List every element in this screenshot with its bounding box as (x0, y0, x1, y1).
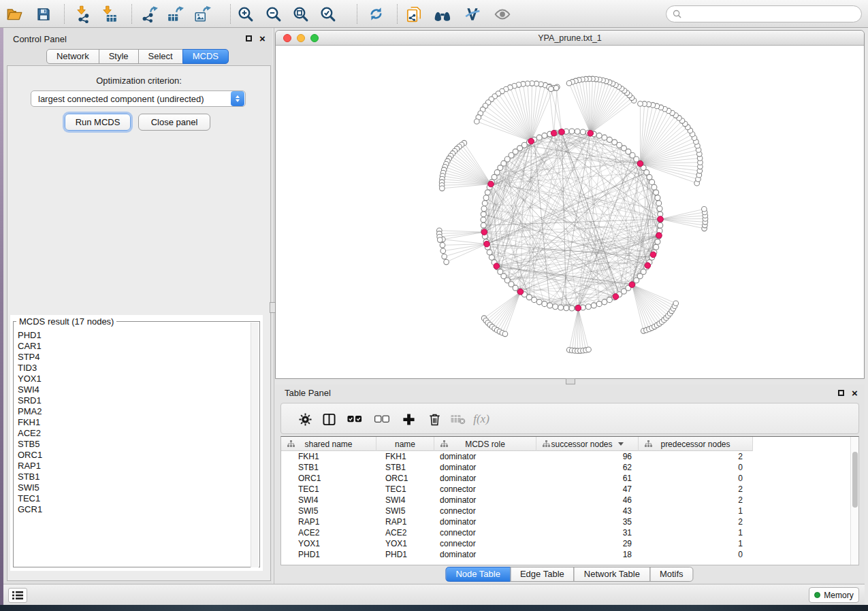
import-table-icon[interactable] (97, 3, 120, 25)
network-window-titlebar[interactable]: YPA_prune.txt_1 (276, 31, 864, 46)
table-cell[interactable]: 46 (536, 495, 639, 506)
table-cell[interactable]: 0 (639, 549, 753, 560)
table-cell[interactable]: connector (434, 538, 536, 549)
criterion-select[interactable]: largest connected component (undirected) (31, 90, 246, 107)
table-scrollbar[interactable] (850, 437, 858, 565)
table-cell[interactable]: dominator (434, 462, 536, 473)
search-network-icon[interactable] (431, 3, 454, 25)
table-cell[interactable]: ORC1 (376, 473, 434, 484)
mcds-result-item[interactable]: ORC1 (14, 450, 251, 461)
table-row[interactable]: YOX1YOX1connector291 (281, 538, 852, 549)
export-table-icon[interactable] (164, 3, 187, 25)
add-icon[interactable] (401, 412, 416, 427)
column-header-successor-nodes[interactable]: successor nodes (536, 437, 639, 451)
trash-icon[interactable] (427, 412, 442, 427)
zoom-selected-icon[interactable] (316, 3, 339, 25)
columns-icon[interactable] (321, 412, 336, 427)
tab-motifs[interactable]: Motifs (649, 567, 694, 582)
table-cell[interactable]: dominator (434, 473, 536, 484)
table-cell[interactable]: 0 (639, 473, 753, 484)
table-cell[interactable]: 2 (639, 484, 753, 495)
save-icon[interactable] (32, 3, 55, 25)
table-cell[interactable]: 29 (536, 538, 639, 549)
close-panel-button[interactable]: Close panel (138, 114, 210, 131)
network-graph[interactable] (276, 46, 864, 378)
zoom-in-icon[interactable] (234, 3, 257, 25)
float-panel-icon[interactable] (245, 35, 253, 42)
zoom-out-icon[interactable] (261, 3, 285, 25)
tab-edge-table[interactable]: Edge Table (510, 567, 575, 582)
table-row[interactable]: SWI4SWI4dominator462 (281, 495, 852, 506)
tab-node-table[interactable]: Node Table (445, 567, 511, 582)
table-cell[interactable]: YOX1 (376, 538, 434, 549)
mcds-result-item[interactable]: YOX1 (14, 374, 251, 384)
vizmapper-icon[interactable] (461, 3, 484, 25)
table-cell[interactable]: 2 (639, 451, 753, 462)
table-cell[interactable]: ORC1 (281, 473, 376, 484)
mcds-result-item[interactable]: PMA2 (14, 406, 251, 417)
table-cell[interactable]: 31 (536, 527, 639, 538)
table-cell[interactable]: SWI5 (281, 506, 376, 516)
mcds-result-item[interactable]: SWI5 (14, 482, 251, 493)
gear-icon[interactable] (298, 412, 312, 427)
table-cell[interactable]: 1 (639, 527, 753, 538)
table-row[interactable]: RAP1RAP1dominator352 (281, 516, 852, 527)
mcds-result-item[interactable]: FKH1 (14, 417, 251, 428)
select-all-icon[interactable] (347, 412, 362, 427)
tab-style[interactable]: Style (99, 49, 139, 64)
mcds-result-item[interactable]: SWI4 (14, 384, 251, 395)
table-row[interactable]: PHD1PHD1dominator180 (281, 549, 852, 560)
table-cell[interactable]: dominator (434, 516, 536, 527)
table-cell[interactable]: ACE2 (281, 527, 376, 538)
column-header-shared-name[interactable]: shared name (281, 437, 376, 451)
tab-mcds[interactable]: MCDS (182, 49, 229, 64)
table-cell[interactable]: SWI4 (281, 495, 376, 506)
table-cell[interactable]: SWI4 (376, 495, 434, 506)
table-cell[interactable]: ACE2 (376, 527, 434, 538)
table-row[interactable]: ORC1ORC1dominator610 (281, 473, 852, 484)
table-cell[interactable]: 61 (536, 473, 639, 484)
table-cell[interactable]: dominator (434, 495, 536, 506)
table-cell[interactable]: 0 (639, 462, 753, 473)
mcds-result-item[interactable]: STB1 (14, 472, 251, 482)
table-cell[interactable]: connector (434, 527, 536, 538)
table-row[interactable]: STB1STB1dominator620 (281, 462, 852, 473)
mcds-result-item[interactable]: SRD1 (14, 395, 251, 406)
close-panel-icon[interactable]: × (259, 35, 266, 42)
deselect-all-icon[interactable] (374, 412, 389, 427)
table-cell[interactable]: dominator (434, 549, 536, 560)
table-cell[interactable]: dominator (434, 451, 536, 462)
mcds-result-item[interactable]: TEC1 (14, 493, 251, 504)
mcds-result-item[interactable]: PHD1 (14, 330, 251, 341)
table-cell[interactable]: connector (434, 506, 536, 516)
float-table-panel-icon[interactable] (837, 389, 845, 397)
table-cell[interactable]: STB1 (376, 462, 434, 473)
clone-network-icon[interactable] (402, 3, 425, 25)
table-cell[interactable]: SWI5 (376, 506, 434, 516)
table-cell[interactable]: FKH1 (376, 451, 434, 462)
column-header-name[interactable]: name (376, 437, 434, 451)
eye-icon[interactable] (491, 3, 514, 25)
open-file-icon[interactable] (3, 3, 26, 25)
network-canvas[interactable] (276, 46, 864, 378)
table-cell[interactable]: YOX1 (281, 538, 376, 549)
mcds-result-item[interactable]: STB5 (14, 439, 251, 450)
table-cell[interactable]: 35 (536, 516, 639, 527)
mcds-result-item[interactable]: STP4 (14, 352, 251, 363)
import-network-icon[interactable] (71, 3, 95, 25)
table-row[interactable]: ACE2ACE2connector311 (281, 527, 852, 538)
table-row[interactable]: TEC1TEC1connector472 (281, 484, 852, 495)
table-row[interactable]: SWI5SWI5connector431 (281, 506, 852, 516)
tab-select[interactable]: Select (138, 49, 183, 64)
table-cell[interactable]: TEC1 (376, 484, 434, 495)
table-cell[interactable]: 1 (639, 538, 753, 549)
table-row[interactable]: FKH1FKH1dominator962 (281, 451, 852, 462)
apply-layout-icon[interactable] (364, 3, 387, 25)
table-cell[interactable]: 47 (536, 484, 639, 495)
column-header-mcds-role[interactable]: MCDS role (434, 437, 536, 451)
search-input[interactable] (685, 7, 861, 20)
tab-network[interactable]: Network (46, 49, 99, 64)
close-table-panel-icon[interactable]: × (851, 389, 858, 397)
table-cell[interactable]: 2 (639, 516, 753, 527)
show-panels-button[interactable] (8, 588, 27, 603)
